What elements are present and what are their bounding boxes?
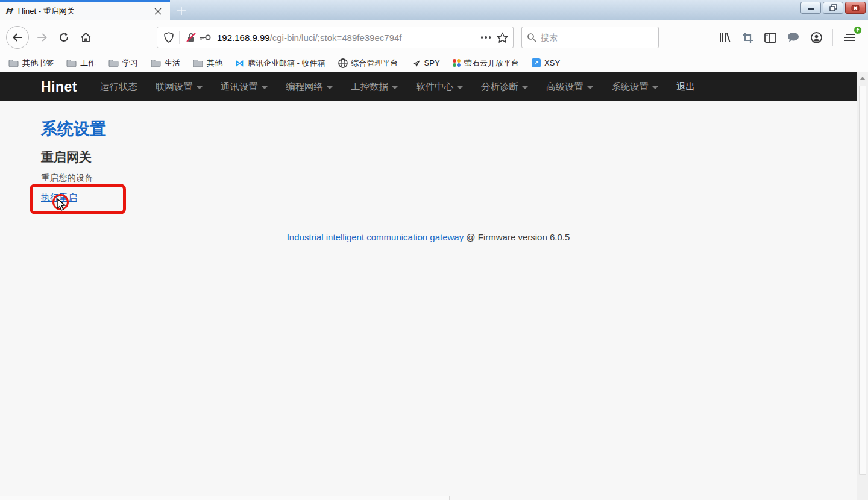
status-bar-strip	[0, 496, 450, 500]
new-tab-button[interactable]	[174, 2, 189, 19]
folder-icon	[8, 59, 19, 67]
toolbar-divider	[832, 29, 833, 46]
sidebar-icon[interactable]	[761, 28, 779, 46]
page-description: 重启您的设备	[41, 172, 93, 184]
site-logo: Hinet	[41, 79, 77, 95]
chevron-down-icon	[457, 86, 463, 89]
chevron-down-icon	[587, 86, 593, 89]
bookmark-folder-life[interactable]: 生活	[151, 58, 180, 69]
folder-icon	[108, 59, 119, 67]
window-titlebar: Ħ Hinet - 重启网关	[0, 0, 868, 20]
nav-item-comm-settings[interactable]: 通讯设置	[221, 81, 268, 93]
vertical-scrollbar[interactable]	[857, 72, 868, 500]
bookmark-folder-study[interactable]: 学习	[108, 58, 138, 69]
reload-button[interactable]	[53, 27, 75, 48]
nav-item-diagnostics[interactable]: 分析诊断	[481, 81, 528, 93]
nav-item-advanced-settings[interactable]: 高级设置	[546, 81, 593, 93]
browser-toolbar: 192.168.9.99/cgi-bin/luci/;stok=489fe39e…	[0, 20, 868, 54]
xsy-icon: ↗	[532, 58, 541, 67]
bookmark-ezviz-platform[interactable]: 萤石云开放平台	[453, 58, 520, 69]
section-title: 系统设置	[41, 118, 106, 140]
urlbar-divider	[179, 31, 180, 44]
url-path: /cgi-bin/luci/;stok=489fe39ec794f	[270, 33, 402, 43]
folder-icon	[193, 59, 203, 67]
nav-item-network-settings[interactable]: 联网设置	[156, 81, 203, 93]
close-button[interactable]	[845, 2, 866, 14]
content-divider	[712, 102, 712, 187]
nav-item-industrial-data[interactable]: 工控数据	[351, 81, 398, 93]
site-favicon-icon: Ħ	[5, 6, 13, 16]
update-badge-icon	[854, 26, 862, 34]
search-icon	[527, 33, 536, 42]
chevron-down-icon	[522, 86, 528, 89]
toolbar-right-icons	[715, 28, 862, 46]
ezviz-icon	[453, 59, 461, 67]
exmail-icon: ⋈	[235, 58, 244, 67]
chevron-down-icon	[652, 86, 658, 89]
mouse-cursor-icon	[57, 198, 67, 211]
url-host: 192.168.9.99	[217, 33, 270, 43]
tab-title: Hinet - 重启网关	[18, 6, 152, 17]
restore-button[interactable]	[823, 2, 843, 14]
menu-hamburger-icon[interactable]	[840, 28, 858, 46]
url-bar[interactable]: 192.168.9.99/cgi-bin/luci/;stok=489fe39e…	[157, 27, 514, 48]
site-navbar: Hinet 运行状态 联网设置 通讯设置 编程网络 工控数据 软件中心 分析诊断…	[0, 72, 857, 101]
key-icon[interactable]	[198, 28, 212, 46]
bookmarks-bar: 其他书签 工作 学习 生活 其他 ⋈ 腾讯企业邮箱 - 收件箱 综合管理平台 S…	[0, 54, 868, 72]
gateway-footer-link[interactable]: Industrial intelligent communication gat…	[287, 232, 464, 242]
page-viewport: Hinet 运行状态 联网设置 通讯设置 编程网络 工控数据 软件中心 分析诊断…	[0, 72, 868, 500]
bookmark-spy[interactable]: SPY	[411, 58, 440, 67]
nav-item-system-settings[interactable]: 系统设置	[611, 81, 658, 93]
bookmark-folder-other-bookmarks[interactable]: 其他书签	[8, 58, 54, 69]
search-input[interactable]	[541, 33, 653, 42]
chevron-down-icon	[197, 86, 203, 89]
account-icon[interactable]	[807, 28, 825, 46]
browser-tab[interactable]: Ħ Hinet - 重启网关	[0, 0, 170, 20]
nav-item-logout[interactable]: 退出	[676, 81, 695, 93]
chevron-down-icon	[262, 86, 268, 89]
bookmark-tencent-exmail[interactable]: ⋈ 腾讯企业邮箱 - 收件箱	[235, 58, 326, 69]
bookmark-star-icon[interactable]	[497, 32, 508, 43]
bookmark-management-platform[interactable]: 综合管理平台	[338, 58, 398, 69]
nav-item-running-status[interactable]: 运行状态	[100, 81, 137, 93]
plane-icon	[411, 59, 421, 67]
chevron-down-icon	[392, 86, 398, 89]
scroll-up-arrow-icon[interactable]	[860, 77, 866, 80]
tab-close-icon[interactable]	[152, 5, 164, 17]
minimize-button[interactable]	[800, 2, 821, 14]
search-box[interactable]	[521, 27, 659, 48]
page-footer: Industrial intelligent communication gat…	[0, 232, 857, 242]
page-actions-icon[interactable]	[481, 36, 491, 39]
back-button[interactable]	[6, 26, 29, 49]
library-icon[interactable]	[715, 28, 734, 46]
folder-icon	[151, 59, 161, 67]
forward-button[interactable]	[31, 27, 53, 48]
tracking-shield-icon[interactable]	[162, 28, 175, 46]
url-text[interactable]: 192.168.9.99/cgi-bin/luci/;stok=489fe39e…	[217, 33, 475, 43]
firmware-version-text: @ Firmware version 6.0.5	[464, 232, 570, 242]
insecure-lock-icon[interactable]	[184, 28, 198, 46]
nav-item-software-center[interactable]: 软件中心	[416, 81, 463, 93]
page-title: 重启网关	[41, 149, 92, 166]
chevron-down-icon	[327, 86, 333, 89]
site-menu: 运行状态 联网设置 通讯设置 编程网络 工控数据 软件中心 分析诊断 高级设置 …	[100, 81, 713, 93]
bookmark-folder-misc[interactable]: 其他	[193, 58, 222, 69]
globe-icon	[338, 58, 348, 68]
nav-item-programming-network[interactable]: 编程网络	[286, 81, 333, 93]
window-controls	[800, 2, 866, 14]
bookmark-folder-work[interactable]: 工作	[66, 58, 96, 69]
message-bubble-icon[interactable]	[784, 28, 802, 46]
home-button[interactable]	[75, 27, 96, 48]
bookmark-xsy[interactable]: ↗ XSY	[532, 58, 560, 67]
scrollbar-thumb[interactable]	[859, 86, 866, 475]
folder-icon	[66, 59, 77, 67]
screenshot-crop-icon[interactable]	[738, 28, 756, 46]
